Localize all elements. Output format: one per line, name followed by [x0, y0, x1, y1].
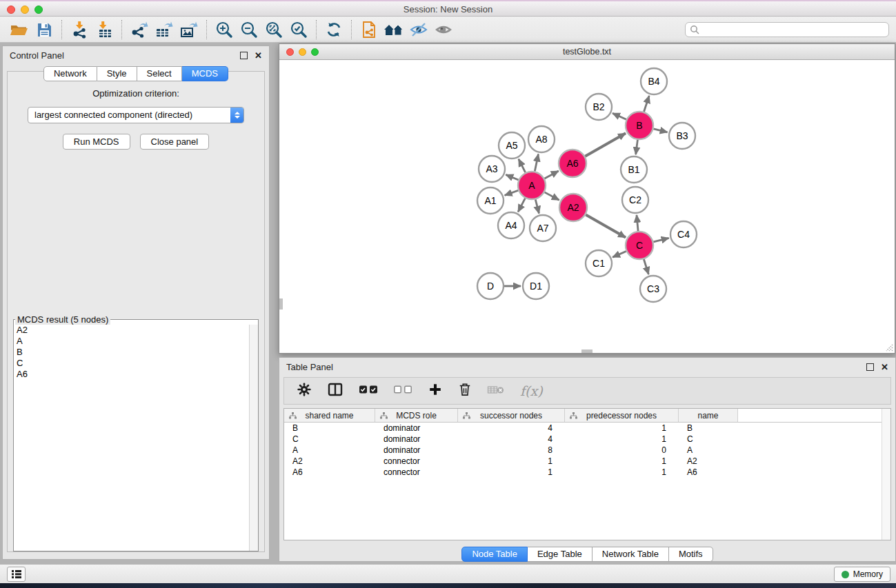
result-list-item[interactable]: A6 [14, 369, 258, 380]
graph-edge-A-A5[interactable] [519, 159, 526, 173]
graph-edge-C-C1[interactable] [613, 251, 626, 257]
graph-node-C2[interactable]: C2 [622, 187, 648, 213]
save-session-icon[interactable] [32, 19, 57, 41]
graph-edge-B-B2[interactable] [613, 113, 626, 119]
search-box[interactable] [685, 22, 889, 37]
zoom-selected-icon[interactable] [286, 19, 311, 41]
graph-node-A4[interactable]: A4 [498, 212, 524, 239]
table-row[interactable]: A6connector11A6 [284, 467, 890, 478]
export-image-icon[interactable] [177, 19, 201, 41]
export-network-icon[interactable] [127, 19, 152, 41]
table-row[interactable]: Adominator80A [284, 445, 890, 456]
canvas-bottom-handle[interactable] [581, 349, 593, 353]
graph-edge-A-A3[interactable] [506, 174, 518, 180]
network-window-titlebar[interactable]: testGlobe.txt [279, 44, 895, 60]
import-network-icon[interactable] [67, 19, 92, 41]
float-panel-icon[interactable] [240, 52, 248, 59]
tab-style[interactable]: Style [97, 66, 137, 81]
zoom-in-icon[interactable] [212, 19, 237, 41]
run-mcds-button[interactable]: Run MCDS [63, 134, 130, 150]
graph-node-C3[interactable]: C3 [640, 276, 666, 302]
graph-edge-B-B4[interactable] [644, 96, 650, 112]
graph-edge-B-B3[interactable] [653, 129, 667, 132]
graph-node-A1[interactable]: A1 [477, 187, 504, 214]
graph-edge-A-A7[interactable] [535, 199, 539, 213]
table-settings-icon[interactable] [297, 382, 312, 400]
table-row[interactable]: Bdominator41B [284, 423, 890, 434]
graph-edge-A6-B[interactable] [585, 133, 626, 156]
tab-network-table[interactable]: Network Table [593, 547, 669, 562]
show-view-icon[interactable] [431, 19, 456, 41]
export-table-icon[interactable] [152, 19, 177, 41]
graph-node-D1[interactable]: D1 [523, 273, 549, 299]
home-views-icon[interactable] [381, 19, 406, 41]
zoom-out-icon[interactable] [237, 19, 261, 41]
criterion-dropdown[interactable]: largest connected component (directed) [28, 107, 244, 123]
graph-edge-B-B1[interactable] [636, 140, 638, 154]
task-history-button[interactable] [7, 567, 26, 582]
graph-node-B4[interactable]: B4 [641, 68, 667, 94]
search-input[interactable] [699, 25, 884, 34]
zoom-fit-icon[interactable] [261, 19, 286, 41]
result-list-item[interactable]: C [14, 358, 258, 369]
close-table-panel-icon[interactable]: ✕ [881, 363, 888, 371]
network-canvas[interactable]: B4B2BB3A8A5A6A3B1AA1C2A2A4A7C4CC1DD1C3 [279, 60, 895, 353]
mcds-result-list[interactable]: A2ABCA6 [14, 325, 258, 551]
graph-edge-C-C3[interactable] [644, 259, 648, 274]
graph-edge-A-A2[interactable] [545, 192, 559, 200]
graph-node-D[interactable]: D [477, 273, 504, 299]
resize-grip-icon[interactable] [884, 342, 893, 352]
graph-edge-A-A4[interactable] [518, 199, 525, 212]
table-row[interactable]: A2connector11A2 [284, 456, 890, 467]
close-panel-button[interactable]: Close panel [140, 134, 210, 150]
hide-selected-icon[interactable] [406, 19, 431, 41]
graph-node-A6[interactable]: A6 [559, 150, 586, 177]
graph-node-A3[interactable]: A3 [479, 156, 505, 182]
graph-node-A5[interactable]: A5 [499, 132, 525, 159]
graph-node-A2[interactable]: A2 [559, 194, 587, 221]
result-list-scrollbar[interactable] [249, 325, 258, 551]
graph-node-A[interactable]: A [518, 172, 546, 199]
graph-edge-A-A6[interactable] [544, 171, 558, 179]
tab-network[interactable]: Network [43, 66, 97, 81]
graph-node-B2[interactable]: B2 [586, 94, 612, 120]
result-list-item[interactable]: A [14, 336, 258, 347]
column-header-predecessor-nodes[interactable]: predecessor nodes [565, 409, 679, 422]
column-header-shared-name[interactable]: shared name [284, 409, 375, 422]
table-row[interactable]: Cdominator41C [284, 434, 890, 445]
float-table-panel-icon[interactable] [866, 363, 874, 371]
column-header-name[interactable]: name [679, 409, 738, 422]
canvas-left-handle[interactable] [279, 298, 283, 310]
graph-node-B1[interactable]: B1 [621, 156, 647, 183]
tab-select[interactable]: Select [137, 66, 182, 81]
add-column-icon[interactable] [428, 382, 443, 400]
graph-edge-A-A1[interactable] [505, 190, 519, 195]
tab-edge-table[interactable]: Edge Table [528, 547, 593, 562]
result-list-item[interactable]: B [14, 347, 258, 358]
network-from-file-icon[interactable] [357, 19, 381, 41]
graph-node-A7[interactable]: A7 [530, 215, 556, 241]
open-session-icon[interactable] [7, 19, 32, 41]
graph-edge-C-C2[interactable] [637, 215, 638, 231]
graph-edge-A2-C[interactable] [586, 214, 626, 237]
memory-button[interactable]: Memory [834, 567, 890, 582]
table-scrollbar[interactable] [882, 409, 890, 540]
close-panel-icon[interactable]: ✕ [255, 52, 262, 59]
graph-node-C[interactable]: C [626, 232, 653, 259]
delete-column-icon[interactable] [458, 382, 472, 400]
result-list-item[interactable]: A2 [14, 325, 258, 336]
graph-node-B[interactable]: B [626, 112, 653, 139]
graph-node-C4[interactable]: C4 [670, 221, 697, 247]
column-header-successor-nodes[interactable]: successor nodes [458, 409, 565, 422]
tab-motifs[interactable]: Motifs [669, 547, 713, 562]
select-all-checkboxes-icon[interactable] [359, 384, 378, 398]
column-header-MCDS-role[interactable]: MCDS role [375, 409, 458, 422]
graph-edge-A-A8[interactable] [535, 154, 538, 172]
graph-node-A8[interactable]: A8 [528, 126, 555, 152]
graph-edge-C-C4[interactable] [653, 238, 668, 242]
split-view-icon[interactable] [327, 382, 344, 400]
refresh-icon[interactable] [321, 19, 346, 41]
tab-node-table[interactable]: Node Table [461, 547, 528, 562]
deselect-all-checkboxes-icon[interactable] [393, 384, 412, 398]
tab-mcds[interactable]: MCDS [182, 66, 228, 81]
